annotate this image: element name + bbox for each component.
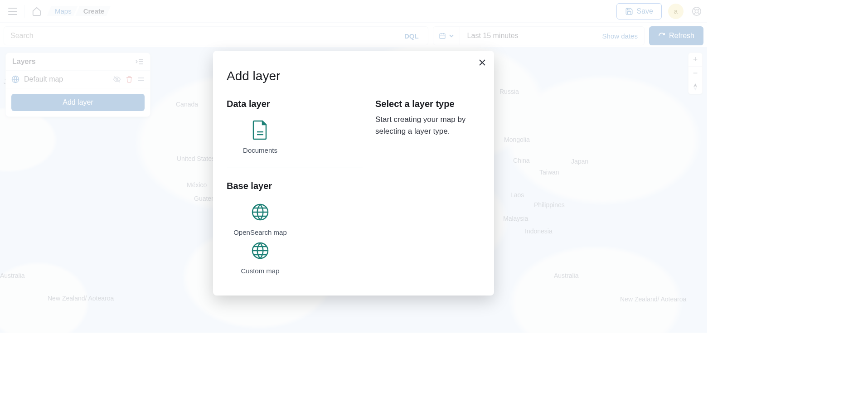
breadcrumb-maps[interactable]: Maps [47,6,78,16]
avatar-letter: a [674,7,678,15]
close-icon [479,59,486,66]
calendar-icon [439,32,446,39]
map-label: Laos [510,191,524,199]
document-icon [252,120,269,140]
save-button[interactable]: Save [616,3,662,19]
search-input[interactable] [4,32,395,40]
filter-bar: DQL Last 15 minutes Show dates Refresh [0,23,707,49]
save-icon [625,7,633,15]
svg-rect-2 [440,34,445,39]
base-layer-heading: Base layer [227,181,363,191]
hide-layer-icon[interactable] [113,75,121,83]
map-label: Philippines [534,201,565,208]
add-layer-modal: Add layer Data layer Documents Base [213,51,494,296]
select-layer-heading: Select a layer type [375,99,480,109]
globe-icon [251,242,269,260]
layer-item[interactable]: Default map [6,71,150,88]
breadcrumb: Maps Create [47,6,111,16]
close-button[interactable] [477,57,488,68]
map-label: Russia [499,88,519,95]
map-label: Australia [0,272,24,279]
help-button[interactable] [690,2,703,20]
layer-type-documents[interactable]: Documents [227,118,294,154]
zoom-in-button[interactable]: + [689,53,702,67]
lifebuoy-icon [692,6,702,16]
data-layer-heading: Data layer [227,99,363,109]
divider [227,168,363,168]
map-label: Australia [554,272,578,279]
save-label: Save [637,7,653,15]
layer-type-custom-map[interactable]: Custom map [227,239,294,275]
chevron-down-icon [449,33,454,39]
home-button[interactable] [28,2,46,20]
map-label: Malaysia [503,215,528,222]
refresh-label: Refresh [669,32,694,40]
map-label: Mongolia [504,136,530,143]
compass-icon [692,83,698,91]
map-label: México [187,181,207,189]
svg-point-1 [695,10,698,13]
breadcrumb-create: Create [75,6,111,16]
layer-type-label: Custom map [227,267,294,275]
map-label: Taiwan [539,169,559,176]
quick-select-button[interactable] [433,27,460,45]
collapse-icon[interactable] [136,58,144,65]
globe-icon [251,203,269,221]
map-label: Japan [571,158,588,165]
map-label: China [513,157,530,164]
layer-type-opensearch-map[interactable]: OpenSearch map [227,200,294,236]
map-label: New Zealand/ Aotearoa [620,296,670,303]
delete-layer-icon[interactable] [126,75,133,83]
modal-title: Add layer [227,69,480,83]
map-label: Canada [176,101,198,108]
add-layer-button[interactable]: Add layer [11,94,145,111]
refresh-button[interactable]: Refresh [649,26,703,45]
refresh-icon [658,32,665,39]
compass-button[interactable] [689,80,702,94]
layer-type-label: Documents [227,146,294,154]
map-label: Indonesia [525,228,553,235]
layers-title: Layers [12,58,36,66]
map-label: New Zealand/ Aotearoa [48,295,97,302]
menu-button[interactable] [4,2,22,20]
drag-handle-icon[interactable] [137,77,145,82]
time-range-label[interactable]: Last 15 minutes [460,32,596,40]
dql-button[interactable]: DQL [395,27,428,45]
select-layer-description: Start creating your map by selecting a l… [375,114,480,138]
hamburger-icon [8,8,17,15]
home-icon [32,6,42,16]
globe-icon [11,75,19,83]
layers-panel: Layers Default map A [5,53,150,117]
divider [24,5,25,18]
layer-name: Default map [24,75,108,83]
topbar: Maps Create Save a [0,0,707,23]
avatar[interactable]: a [668,4,684,19]
zoom-out-button[interactable]: − [689,67,702,80]
layer-type-label: OpenSearch map [227,228,294,236]
map-controls: + − [688,53,703,94]
show-dates-link[interactable]: Show dates [596,32,644,40]
